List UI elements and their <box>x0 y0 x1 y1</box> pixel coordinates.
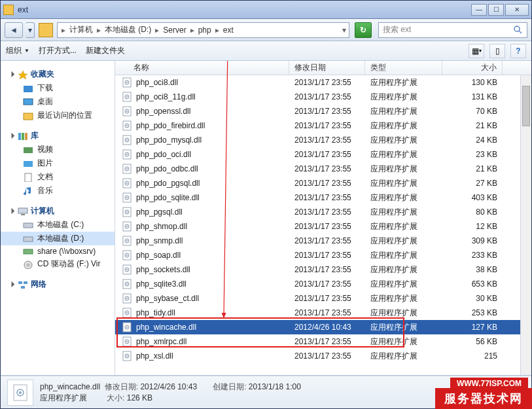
file-row[interactable]: php_pdo_pgsql.dll2013/1/17 23:55应用程序扩展27… <box>115 176 531 190</box>
sidebar-item-music[interactable]: 音乐 <box>1 184 115 198</box>
file-date: 2013/1/17 23:55 <box>289 294 365 303</box>
file-size: 253 KB <box>442 308 503 317</box>
computer-group[interactable]: 计算机 <box>1 204 115 218</box>
sidebar-item-cd[interactable]: CD 驱动器 (F:) Vir <box>1 257 115 271</box>
download-icon <box>23 84 33 93</box>
libraries-group[interactable]: 库 <box>1 129 115 143</box>
dll-icon <box>122 164 132 174</box>
file-row[interactable]: php_pdo_oci.dll2013/1/17 23:55应用程序扩展23 K… <box>115 147 531 162</box>
title-bar[interactable]: ext — ☐ ✕ <box>1 1 531 19</box>
forward-button[interactable]: ▾ <box>26 22 35 38</box>
sidebar-item-pictures[interactable]: 图片 <box>1 156 115 170</box>
file-type: 应用程序扩展 <box>365 250 442 261</box>
file-date: 2013/1/17 23:55 <box>289 179 365 188</box>
file-row[interactable]: php_tidy.dll2013/1/17 23:55应用程序扩展253 KB <box>115 306 531 320</box>
crumb-computer[interactable]: 计算机 <box>67 23 96 37</box>
back-button[interactable]: ◄ <box>5 22 23 38</box>
svg-point-75 <box>126 327 128 328</box>
svg-point-54 <box>126 226 128 227</box>
file-row[interactable]: php_pdo_sqlite.dll2013/1/17 23:55应用程序扩展4… <box>115 190 531 205</box>
maximize-button[interactable]: ☐ <box>488 4 504 16</box>
minimize-button[interactable]: — <box>471 4 487 16</box>
organize-menu[interactable]: 组织 ▼ <box>6 45 29 56</box>
sidebar-item-disk-c[interactable]: 本地磁盘 (C:) <box>1 218 115 232</box>
file-size: 403 KB <box>442 193 503 202</box>
file-row[interactable]: php_oci8.dll2013/1/17 23:55应用程序扩展130 KB <box>115 75 531 90</box>
svg-rect-20 <box>24 281 27 284</box>
file-row[interactable]: php_xmlrpc.dll2013/1/17 23:55应用程序扩展56 KB <box>115 334 531 349</box>
search-input[interactable]: 搜索 ext <box>378 22 527 38</box>
network-group[interactable]: 网络 <box>1 277 115 291</box>
computer-icon <box>18 207 28 216</box>
dll-icon <box>122 192 132 203</box>
crumb-ext[interactable]: ext <box>221 23 236 37</box>
file-row[interactable]: php_pgsql.dll2013/1/17 23:55应用程序扩展80 KB <box>115 205 531 219</box>
sidebar-item-downloads[interactable]: 下载 <box>1 81 115 95</box>
svg-rect-4 <box>24 99 33 105</box>
file-type: 应用程序扩展 <box>365 92 442 103</box>
cd-icon <box>23 260 33 269</box>
file-row[interactable]: php_openssl.dll2013/1/17 23:55应用程序扩展70 K… <box>115 104 531 118</box>
file-row[interactable]: php_pdo_mysql.dll2013/1/17 23:55应用程序扩展24… <box>115 133 531 147</box>
view-options-button[interactable]: ▦ ▾ <box>469 44 484 58</box>
svg-point-69 <box>126 298 128 299</box>
svg-point-39 <box>126 154 128 155</box>
file-size: 21 KB <box>442 164 503 173</box>
file-row[interactable]: php_oci8_11g.dll2013/1/17 23:55应用程序扩展131… <box>115 90 531 104</box>
file-row[interactable]: php_sqlite3.dll2013/1/17 23:55应用程序扩展653 … <box>115 277 531 291</box>
sidebar-item-disk-d[interactable]: 本地磁盘 (D:) <box>1 232 115 245</box>
sidebar-item-desktop[interactable]: 桌面 <box>1 95 115 109</box>
file-row[interactable]: php_pdo_odbc.dll2013/1/17 23:55应用程序扩展21 … <box>115 162 531 176</box>
file-size: 56 KB <box>442 337 503 346</box>
file-name: php_sockets.dll <box>136 265 190 274</box>
nav-pane[interactable]: 收藏夹 下载 桌面 最近访问的位置 库 视频 图片 文档 音乐 计算机 本地磁盘… <box>1 61 115 375</box>
sidebar-item-share[interactable]: share (\\vboxsrv) <box>1 245 115 257</box>
svg-rect-7 <box>22 133 24 140</box>
file-row[interactable]: php_soap.dll2013/1/17 23:55应用程序扩展233 KB <box>115 248 531 262</box>
file-preview-icon <box>7 380 33 406</box>
search-placeholder: 搜索 ext <box>383 24 411 35</box>
file-row[interactable]: php_pdo_firebird.dll2013/1/17 23:55应用程序扩… <box>115 118 531 133</box>
scrollbar[interactable] <box>520 75 531 375</box>
file-list[interactable]: php_oci8.dll2013/1/17 23:55应用程序扩展130 KBp… <box>115 75 531 375</box>
file-date: 2013/1/17 23:55 <box>289 265 365 274</box>
col-name[interactable]: 名称 <box>115 61 289 75</box>
crumb-php[interactable]: php <box>196 23 214 37</box>
music-icon <box>23 187 33 196</box>
svg-point-81 <box>126 355 128 357</box>
file-row[interactable]: php_wincache.dll2012/4/26 10:43应用程序扩展127… <box>115 320 531 334</box>
col-type[interactable]: 类型 <box>365 61 442 75</box>
file-type: 应用程序扩展 <box>365 149 442 160</box>
sidebar-item-documents[interactable]: 文档 <box>1 170 115 184</box>
sidebar-item-recent[interactable]: 最近访问的位置 <box>1 109 115 122</box>
col-date[interactable]: 修改日期 <box>289 61 365 75</box>
file-type: 应用程序扩展 <box>365 164 442 175</box>
file-row[interactable]: php_snmp.dll2013/1/17 23:55应用程序扩展309 KB <box>115 234 531 248</box>
file-row[interactable]: php_shmop.dll2013/1/17 23:55应用程序扩展12 KB <box>115 219 531 234</box>
library-icon <box>18 132 28 141</box>
help-button[interactable]: ? <box>510 44 526 58</box>
preview-pane-button[interactable]: ▯ <box>489 44 505 58</box>
sidebar-item-videos[interactable]: 视频 <box>1 143 115 156</box>
dll-icon <box>122 351 132 361</box>
file-type: 应用程序扩展 <box>365 351 442 362</box>
address-bar[interactable]: ▸ 计算机▸ 本地磁盘 (D:)▸ Server▸ php▸ ext ▾ <box>57 22 349 38</box>
file-row[interactable]: php_sybase_ct.dll2013/1/17 23:55应用程序扩展30… <box>115 291 531 306</box>
file-date: 2013/1/17 23:55 <box>289 337 365 346</box>
svg-rect-21 <box>21 286 25 289</box>
dll-icon <box>122 293 132 304</box>
refresh-button[interactable]: ↻ <box>355 22 372 38</box>
file-list-panel: 名称 修改日期 类型 大小 php_oci8.dll2013/1/17 23:5… <box>115 61 531 375</box>
dll-icon <box>122 207 132 217</box>
close-button[interactable]: ✕ <box>505 4 529 16</box>
file-row[interactable]: php_xsl.dll2013/1/17 23:55应用程序扩展215 <box>115 349 531 363</box>
new-folder-button[interactable]: 新建文件夹 <box>86 45 125 56</box>
dll-icon <box>122 149 132 160</box>
svg-rect-11 <box>25 173 31 182</box>
col-size[interactable]: 大小 <box>442 61 503 75</box>
crumb-disk[interactable]: 本地磁盘 (D:) <box>102 23 154 37</box>
open-with-menu[interactable]: 打开方式... <box>39 45 77 56</box>
crumb-server[interactable]: Server <box>160 23 188 37</box>
file-row[interactable]: php_sockets.dll2013/1/17 23:55应用程序扩展38 K… <box>115 262 531 277</box>
favorites-group[interactable]: 收藏夹 <box>1 67 115 81</box>
